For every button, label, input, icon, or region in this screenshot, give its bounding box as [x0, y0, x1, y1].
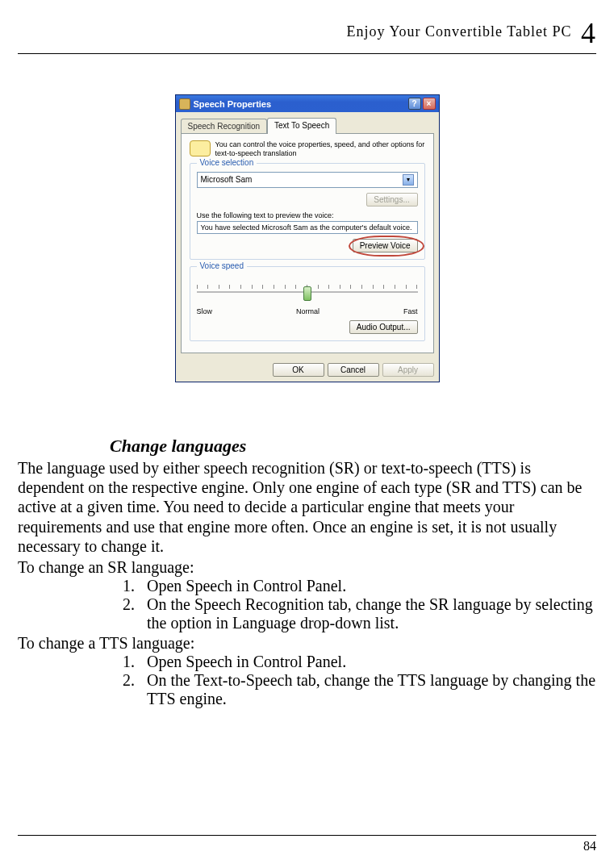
list-item: On the Text-to-Speech tab, change the TT…	[139, 671, 596, 708]
highlight-circle	[349, 236, 424, 257]
preview-textbox[interactable]: You have selected Microsoft Sam as the c…	[197, 221, 418, 234]
list-item: Open Speech in Control Panel.	[139, 577, 596, 595]
speed-slider[interactable]	[197, 280, 418, 303]
list-item: On the Speech Recognition tab, change th…	[139, 595, 596, 632]
sr-intro: To change an SR language:	[18, 558, 596, 577]
voice-selection-group: Voice selection Microsoft Sam ▾ Settings…	[190, 163, 425, 260]
tab-speech-recognition[interactable]: Speech Recognition	[181, 119, 268, 133]
dialog-title: Speech Properties	[194, 99, 408, 109]
voice-speed-title: Voice speed	[197, 261, 248, 270]
titlebar: Speech Properties ? ×	[176, 95, 439, 112]
tab-panel: You can control the voice properties, sp…	[181, 133, 434, 353]
speed-fast-label: Fast	[403, 307, 418, 315]
close-button[interactable]: ×	[423, 98, 436, 110]
speech-properties-dialog: Speech Properties ? × Speech Recognition…	[175, 94, 440, 382]
intro-text: You can control the voice properties, sp…	[215, 140, 425, 158]
dialog-figure: Speech Properties ? × Speech Recognition…	[175, 94, 440, 382]
voice-select[interactable]: Microsoft Sam ▾	[197, 172, 418, 188]
speed-slow-label: Slow	[197, 307, 213, 315]
audio-output-button[interactable]: Audio Output...	[349, 320, 418, 334]
app-icon	[179, 98, 190, 110]
ok-button[interactable]: OK	[273, 363, 324, 377]
cancel-button[interactable]: Cancel	[328, 363, 379, 377]
apply-button: Apply	[382, 363, 434, 377]
header-title: Enjoy Your Convertible Tablet PC	[347, 23, 572, 40]
chevron-down-icon[interactable]: ▾	[403, 174, 414, 186]
voice-speed-group: Voice speed Slow Normal Fast Audio Outpu…	[190, 266, 425, 341]
sr-steps: Open Speech in Control Panel. On the Spe…	[139, 577, 596, 632]
dialog-button-row: OK Cancel Apply	[176, 358, 439, 382]
tab-strip: Speech Recognition Text To Speech	[176, 112, 439, 133]
tts-intro: To change a TTS language:	[18, 634, 596, 653]
voice-select-value: Microsoft Sam	[201, 175, 253, 184]
list-item: Open Speech in Control Panel.	[139, 653, 596, 671]
tts-steps: Open Speech in Control Panel. On the Tex…	[139, 653, 596, 708]
speed-normal-label: Normal	[296, 307, 320, 315]
section-heading: Change languages	[110, 436, 596, 457]
tab-text-to-speech[interactable]: Text To Speech	[267, 118, 336, 134]
settings-button: Settings...	[366, 193, 418, 207]
speech-bubble-icon	[190, 140, 211, 156]
page-header: Enjoy Your Convertible Tablet PC 4	[18, 16, 596, 54]
page-footer: 84	[18, 835, 596, 853]
preview-label: Use the following text to preview the vo…	[197, 211, 418, 219]
page-number: 84	[583, 839, 596, 853]
help-button[interactable]: ?	[408, 98, 421, 110]
slider-thumb[interactable]	[303, 286, 311, 301]
chapter-number: 4	[581, 17, 596, 49]
voice-selection-title: Voice selection	[197, 158, 257, 167]
body-paragraph: The language used by either speech recog…	[18, 458, 596, 557]
